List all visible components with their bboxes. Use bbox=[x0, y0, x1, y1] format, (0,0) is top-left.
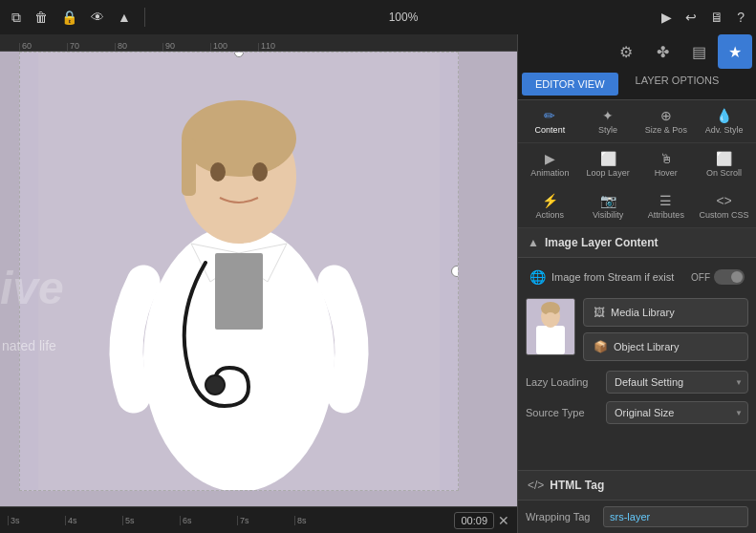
style-tab-icon: ✦ bbox=[602, 108, 614, 123]
media-library-label: Media Library bbox=[611, 307, 675, 318]
trash-icon[interactable]: 🗑 bbox=[31, 8, 52, 27]
toolbar-separator bbox=[144, 8, 145, 27]
toggle-group: OFF bbox=[691, 269, 745, 285]
ruler-100: 100 bbox=[210, 43, 258, 51]
timeline-7s: 7s bbox=[237, 516, 294, 525]
html-tag-collapse-icon[interactable]: </> bbox=[528, 479, 544, 492]
star-button[interactable]: ★ bbox=[718, 34, 752, 69]
object-library-button[interactable]: 📦 Object Library bbox=[583, 332, 748, 361]
tab-attributes[interactable]: ☰ Attributes bbox=[638, 189, 695, 224]
tab-layer-options[interactable]: LAYER OPTIONS bbox=[622, 69, 733, 99]
tab-content[interactable]: ✏ Content bbox=[522, 104, 578, 139]
help-icon[interactable]: ? bbox=[733, 8, 748, 27]
doctor-image-frame[interactable] bbox=[19, 52, 459, 491]
content-tab-icon: ✏ bbox=[544, 108, 555, 123]
svg-rect-4 bbox=[182, 139, 196, 196]
lazy-loading-row: Lazy Loading Default Setting Enabled Dis… bbox=[526, 371, 748, 394]
section-title: Image Layer Content bbox=[545, 236, 659, 249]
eye-icon[interactable]: 👁 bbox=[87, 8, 108, 27]
ruler-70: 70 bbox=[67, 43, 115, 51]
object-library-label: Object Library bbox=[614, 341, 679, 352]
custom-css-tab-label: Custom CSS bbox=[700, 210, 749, 220]
html-tag-section: </> HTML Tag bbox=[518, 470, 756, 501]
visibility-tab-icon: 📷 bbox=[600, 193, 616, 208]
hover-tab-icon: 🖱 bbox=[659, 151, 673, 166]
panel-tabs: EDITOR VIEW LAYER OPTIONS bbox=[518, 69, 756, 100]
time-badge: 00:09 bbox=[454, 512, 494, 529]
style-tab-label: Style bbox=[598, 125, 617, 135]
layers-button[interactable]: ▤ bbox=[681, 34, 716, 69]
tab-custom-css[interactable]: <> Custom CSS bbox=[696, 189, 752, 224]
content-tab-label: Content bbox=[535, 125, 566, 135]
tab-size-pos[interactable]: ⊕ Size & Pos bbox=[638, 104, 695, 139]
lazy-loading-select[interactable]: Default Setting Enabled Disabled bbox=[606, 371, 748, 394]
svg-rect-12 bbox=[536, 326, 565, 354]
on-scroll-tab-icon: ⬜ bbox=[716, 151, 732, 166]
wrapping-tag-label: Wrapping Tag bbox=[526, 511, 599, 522]
thumb-row: 🖼 Media Library 📦 Object Library bbox=[526, 298, 748, 361]
monitor-icon[interactable]: 🖥 bbox=[706, 8, 727, 27]
tab-adv-style[interactable]: 💧 Adv. Style bbox=[696, 104, 752, 139]
canvas-area: 60 70 80 90 100 110 bbox=[0, 34, 517, 533]
animation-tab-label: Animation bbox=[530, 168, 569, 178]
lazy-loading-select-wrapper: Default Setting Enabled Disabled bbox=[606, 371, 748, 394]
loop-layer-tab-icon: ⬜ bbox=[600, 151, 616, 166]
svg-point-5 bbox=[210, 162, 226, 181]
arrow-up-icon[interactable]: ▲ bbox=[114, 8, 135, 27]
content-tabs-row1: ✏ Content ✦ Style ⊕ Size & Pos 💧 Adv. St… bbox=[518, 100, 756, 143]
ruler-60: 60 bbox=[19, 43, 67, 51]
undo-icon[interactable]: ↩ bbox=[681, 8, 701, 27]
ruler-top: 60 70 80 90 100 110 bbox=[0, 34, 517, 52]
svg-rect-7 bbox=[215, 253, 263, 330]
panel-top-icons: ⚙ ✤ ▤ ★ bbox=[518, 34, 756, 69]
tab-on-scroll[interactable]: ⬜ On Scroll bbox=[696, 147, 752, 181]
source-type-select[interactable]: Original Size Thumbnail Medium Large bbox=[606, 401, 748, 424]
timeline-3s: 3s bbox=[8, 516, 65, 525]
timeline-marks: 3s 4s 5s 6s 7s 8s bbox=[8, 516, 450, 525]
cursor-icon[interactable]: ▶ bbox=[658, 8, 676, 27]
lazy-loading-label: Lazy Loading bbox=[526, 376, 602, 388]
handle-right[interactable] bbox=[453, 266, 459, 276]
adv-style-tab-label: Adv. Style bbox=[705, 125, 744, 135]
tab-animation[interactable]: ▶ Animation bbox=[522, 147, 578, 181]
tab-hover[interactable]: 🖱 Hover bbox=[638, 147, 695, 181]
source-type-row: Source Type Original Size Thumbnail Medi… bbox=[526, 401, 748, 424]
wrapping-tag-row: Wrapping Tag bbox=[518, 501, 756, 533]
tab-actions[interactable]: ⚡ Actions bbox=[522, 189, 578, 224]
stream-row: 🌐 Image from Stream if exist OFF bbox=[526, 266, 748, 288]
ruler-110: 110 bbox=[258, 43, 306, 51]
wrapping-tag-input[interactable] bbox=[603, 506, 748, 527]
timeline-5s: 5s bbox=[122, 516, 180, 525]
tab-editor-view[interactable]: EDITOR VIEW bbox=[522, 73, 618, 96]
library-buttons: 🖼 Media Library 📦 Object Library bbox=[583, 298, 748, 361]
ruler-marks: 60 70 80 90 100 110 bbox=[0, 34, 306, 51]
size-pos-tab-label: Size & Pos bbox=[645, 125, 687, 135]
svg-point-13 bbox=[544, 312, 557, 328]
attributes-tab-icon: ☰ bbox=[659, 193, 672, 208]
section-collapse-icon[interactable]: ▲ bbox=[528, 236, 539, 249]
stream-toggle[interactable] bbox=[714, 269, 745, 285]
tab-style[interactable]: ✦ Style bbox=[580, 104, 637, 139]
attributes-tab-label: Attributes bbox=[648, 210, 684, 220]
toggle-off-label: OFF bbox=[691, 272, 710, 283]
animation-tab-icon: ▶ bbox=[545, 151, 555, 166]
svg-point-3 bbox=[182, 100, 296, 177]
gear-button[interactable]: ⚙ bbox=[609, 34, 643, 69]
timeline-4s: 4s bbox=[65, 516, 122, 525]
canvas-text-small: nated life bbox=[2, 338, 56, 353]
tab-loop-layer[interactable]: ⬜ Loop Layer bbox=[580, 147, 637, 181]
panel-body: 🌐 Image from Stream if exist OFF bbox=[518, 258, 756, 466]
media-library-button[interactable]: 🖼 Media Library bbox=[583, 298, 748, 327]
ruler-90: 90 bbox=[162, 43, 210, 51]
section-header: ▲ Image Layer Content bbox=[518, 228, 756, 258]
move-button[interactable]: ✤ bbox=[645, 34, 680, 69]
copy-icon[interactable]: ⧉ bbox=[8, 8, 25, 28]
top-toolbar: ⧉ 🗑 🔒 👁 ▲ 100% ▶ ↩ 🖥 ? bbox=[0, 0, 756, 34]
adv-style-tab-icon: 💧 bbox=[716, 108, 732, 123]
tab-visibility[interactable]: 📷 Visibility bbox=[580, 189, 637, 224]
right-panel: ⚙ ✤ ▤ ★ EDITOR VIEW LAYER OPTIONS ✏ Cont… bbox=[517, 34, 756, 533]
timeline-close-button[interactable]: ✕ bbox=[498, 513, 509, 528]
thumb-figure bbox=[527, 299, 574, 354]
lock-icon[interactable]: 🔒 bbox=[57, 8, 81, 27]
html-tag-title: HTML Tag bbox=[550, 479, 604, 492]
